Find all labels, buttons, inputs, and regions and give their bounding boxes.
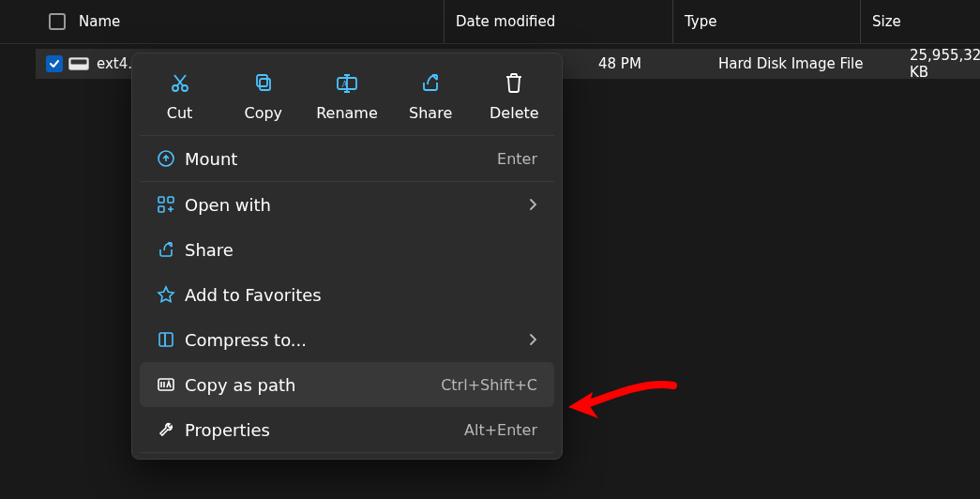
svg-point-3 <box>182 85 188 91</box>
svg-rect-13 <box>158 206 164 212</box>
delete-button[interactable]: Delete <box>474 70 554 122</box>
column-header-date[interactable]: Date modified <box>445 0 673 43</box>
chevron-right-icon <box>528 330 537 350</box>
hard-disk-image-icon <box>68 56 89 71</box>
properties-icon <box>157 420 185 439</box>
compress-icon <box>157 330 185 349</box>
cut-button[interactable]: Cut <box>140 70 220 122</box>
column-header-name-label: Name <box>79 13 120 30</box>
cut-label: Cut <box>167 104 193 122</box>
menu-item-share-label: Share <box>185 240 234 260</box>
column-header-name[interactable]: Name <box>0 0 445 43</box>
context-menu: Cut Copy A Rename <box>131 53 563 460</box>
copy-path-icon <box>157 375 185 394</box>
menu-item-add-favorites[interactable]: Add to Favorites <box>140 272 554 317</box>
annotation-arrow <box>561 371 683 431</box>
svg-rect-6 <box>260 79 270 90</box>
menu-item-share[interactable]: Share <box>140 227 554 272</box>
menu-item-add-favorites-label: Add to Favorites <box>185 285 322 305</box>
menu-item-copy-as-path-label: Copy as path <box>185 375 295 395</box>
column-header-size-label: Size <box>872 13 901 30</box>
menu-item-mount[interactable]: Mount Enter <box>140 136 554 181</box>
mount-icon <box>157 149 185 168</box>
select-all-checkbox[interactable] <box>49 13 66 30</box>
column-header-date-label: Date modified <box>456 13 555 30</box>
file-size: 25,955,328 KB <box>910 47 980 81</box>
share-item-icon <box>157 240 185 259</box>
column-header-size[interactable]: Size <box>861 0 980 43</box>
menu-item-open-with[interactable]: Open with <box>140 182 554 227</box>
column-header-row: Name Date modified Type Size <box>0 0 980 44</box>
menu-item-properties-label: Properties <box>185 420 270 440</box>
svg-rect-1 <box>71 60 87 65</box>
svg-point-2 <box>173 85 178 91</box>
rename-button[interactable]: A Rename <box>307 70 387 122</box>
menu-item-mount-label: Mount <box>185 149 237 169</box>
rename-icon: A <box>335 70 359 95</box>
menu-item-compress-to[interactable]: Compress to... <box>140 317 554 362</box>
copy-icon <box>252 70 275 95</box>
copy-label: Copy <box>244 104 282 122</box>
menu-item-mount-accel: Enter <box>497 150 537 168</box>
share-icon <box>419 70 442 95</box>
context-menu-toolbar: Cut Copy A Rename <box>132 59 562 135</box>
file-type: Hard Disk Image File <box>718 55 864 72</box>
copy-button[interactable]: Copy <box>223 70 304 122</box>
file-date-modified: 48 PM <box>598 55 641 72</box>
file-row-checkbox[interactable] <box>46 55 63 72</box>
menu-item-compress-to-label: Compress to... <box>185 330 307 350</box>
column-header-type[interactable]: Type <box>673 0 861 43</box>
menu-item-copy-as-path-accel: Ctrl+Shift+C <box>441 376 537 394</box>
share-button[interactable]: Share <box>390 70 471 122</box>
column-header-type-label: Type <box>685 13 716 30</box>
open-with-icon <box>157 195 185 214</box>
star-icon <box>157 285 185 304</box>
svg-rect-11 <box>158 197 164 203</box>
svg-text:A: A <box>341 79 349 89</box>
rename-label: Rename <box>316 104 378 122</box>
context-menu-separator <box>140 452 554 453</box>
chevron-right-icon <box>528 195 537 215</box>
menu-item-properties[interactable]: Properties Alt+Enter <box>140 407 554 452</box>
menu-item-properties-accel: Alt+Enter <box>464 421 537 439</box>
share-label: Share <box>409 104 452 122</box>
delete-icon <box>504 70 524 95</box>
cut-icon <box>169 70 191 95</box>
menu-item-copy-as-path[interactable]: Copy as path Ctrl+Shift+C <box>140 362 554 407</box>
svg-rect-12 <box>168 197 173 203</box>
menu-item-open-with-label: Open with <box>185 195 271 215</box>
svg-rect-7 <box>257 75 267 86</box>
delete-label: Delete <box>490 104 539 122</box>
